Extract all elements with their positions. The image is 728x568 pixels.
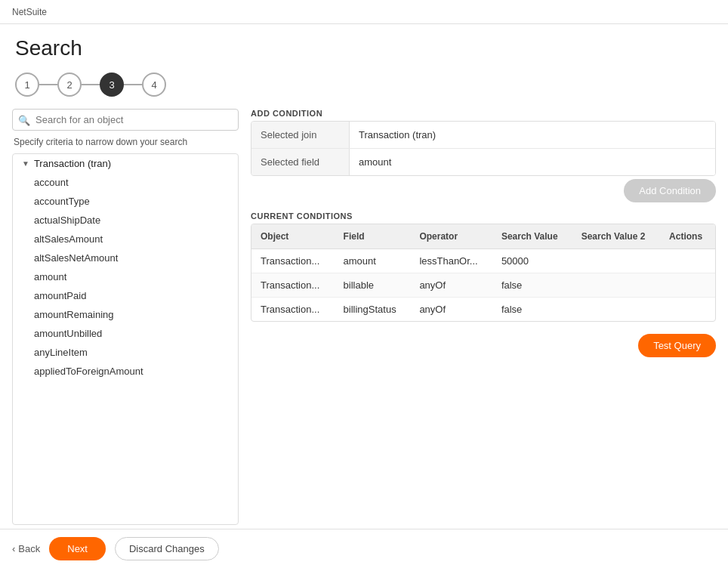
tree-child-anylineitem[interactable]: anyLineItem: [13, 343, 238, 362]
tree-item-label: altSalesNetAmount: [34, 252, 118, 264]
row3-field: billingStatus: [335, 298, 411, 322]
left-panel: 🔍 Specify criteria to narrow down your s…: [12, 109, 239, 537]
row3-search-value-2: [572, 298, 660, 322]
search-input[interactable]: [12, 109, 239, 131]
tree-item-label: amount: [34, 271, 66, 282]
selected-field-value: amount: [350, 149, 715, 175]
row1-object: Transaction...: [251, 249, 335, 273]
next-button[interactable]: Next: [49, 537, 106, 560]
tree-container: ▼ Transaction (tran) account accountType…: [12, 153, 239, 525]
row2-search-value: false: [492, 273, 572, 298]
tree-child-altsalesnetamount[interactable]: altSalesNetAmount: [13, 248, 238, 267]
right-panel: ADD CONDITION Selected join Transaction …: [251, 109, 716, 537]
tree-child-amountremaining[interactable]: amountRemaining: [13, 305, 238, 324]
tree-item-label: accountType: [34, 196, 90, 207]
selected-field-row: Selected field amount: [251, 149, 715, 175]
col-object: Object: [251, 224, 335, 249]
row1-actions: [660, 249, 715, 273]
tree-item-label: amountRemaining: [34, 309, 114, 320]
tree-child-amountpaid[interactable]: amountPaid: [13, 286, 238, 305]
breadcrumb: NetSuite: [0, 0, 728, 24]
row1-field: amount: [335, 249, 411, 273]
add-condition-box: Selected join Transaction (tran) Selecte…: [251, 121, 716, 176]
tree-child-actualshipdate[interactable]: actualShipDate: [13, 211, 238, 230]
step-4[interactable]: 4: [142, 73, 166, 97]
breadcrumb-link[interactable]: NetSuite: [12, 7, 47, 17]
current-conditions-title: CURRENT CONDITIONS: [251, 211, 716, 221]
col-operator: Operator: [410, 224, 492, 249]
step-line-3: [124, 84, 142, 85]
selected-join-label: Selected join: [251, 122, 350, 148]
search-icon: 🔍: [18, 114, 30, 125]
collapse-icon: ▼: [22, 159, 29, 168]
step-2[interactable]: 2: [57, 73, 82, 97]
step-line-2: [82, 84, 100, 85]
tree-child-amountunbilled[interactable]: amountUnbilled: [13, 324, 238, 343]
criteria-text: Specify criteria to narrow down your sea…: [12, 137, 239, 147]
back-arrow-icon: ‹: [12, 543, 15, 554]
test-query-button[interactable]: Test Query: [638, 334, 716, 357]
conditions-table-element: Object Field Operator Search Value Searc…: [251, 224, 715, 321]
back-label: Back: [18, 543, 40, 554]
add-condition-title: ADD CONDITION: [251, 109, 716, 118]
add-condition-button[interactable]: Add Condition: [624, 179, 716, 202]
col-search-value: Search Value: [492, 224, 572, 249]
col-actions: Actions: [660, 224, 715, 249]
tree-item-label: appliedToForeignAmount: [34, 366, 143, 377]
main-content: 🔍 Specify criteria to narrow down your s…: [0, 109, 728, 537]
selected-field-label: Selected field: [251, 149, 350, 175]
tree-item-label: anyLineItem: [34, 347, 88, 358]
conditions-table: Object Field Operator Search Value Searc…: [251, 224, 716, 322]
add-condition-btn-row: Add Condition: [251, 179, 716, 202]
tree-child-account[interactable]: account: [13, 173, 238, 192]
tree-item-label: amountUnbilled: [34, 328, 102, 339]
tree-item-label: account: [34, 177, 69, 188]
tree-parent-transaction[interactable]: ▼ Transaction (tran): [13, 154, 238, 173]
row2-search-value-2: [572, 273, 660, 298]
tree-item-label: actualShipDate: [34, 215, 100, 226]
selected-join-value: Transaction (tran): [350, 122, 715, 148]
step-1[interactable]: 1: [15, 73, 39, 97]
footer: ‹ Back Next Discard Changes: [0, 529, 728, 568]
page-title: Search: [0, 24, 728, 66]
row2-actions: [660, 273, 715, 298]
tree-child-amount[interactable]: amount: [13, 267, 238, 286]
row2-object: Transaction...: [251, 273, 335, 298]
step-3[interactable]: 3: [100, 73, 124, 97]
step-line-1: [39, 84, 57, 85]
stepper: 1 2 3 4: [0, 66, 728, 109]
add-condition-section: ADD CONDITION Selected join Transaction …: [251, 109, 716, 202]
tree-child-altsalesamount[interactable]: altSalesAmount: [13, 230, 238, 248]
tree-item-label: amountPaid: [34, 290, 86, 301]
table-row: Transaction... billable anyOf false: [251, 273, 715, 298]
row3-search-value: false: [492, 298, 572, 322]
back-button[interactable]: ‹ Back: [12, 543, 40, 554]
current-conditions-section: CURRENT CONDITIONS Object Field Operator…: [251, 211, 716, 322]
row1-search-value-2: [572, 249, 660, 273]
row2-field: billable: [335, 273, 411, 298]
table-row: Transaction... billingStatus anyOf false: [251, 298, 715, 322]
table-header-row: Object Field Operator Search Value Searc…: [251, 224, 715, 249]
row3-actions: [660, 298, 715, 322]
selected-join-row: Selected join Transaction (tran): [251, 122, 715, 149]
row3-operator: anyOf: [410, 298, 492, 322]
tree-parent-label: Transaction (tran): [34, 158, 111, 169]
row1-operator: lessThanOr...: [410, 249, 492, 273]
col-search-value-2: Search Value 2: [572, 224, 660, 249]
test-query-row: Test Query: [251, 334, 716, 357]
tree-item-label: altSalesAmount: [34, 233, 103, 245]
col-field: Field: [335, 224, 411, 249]
row3-object: Transaction...: [251, 298, 335, 322]
row2-operator: anyOf: [410, 273, 492, 298]
table-row: Transaction... amount lessThanOr... 5000…: [251, 249, 715, 273]
tree-child-appliedtoforeignamount[interactable]: appliedToForeignAmount: [13, 362, 238, 381]
discard-button[interactable]: Discard Changes: [115, 537, 219, 560]
row1-search-value: 50000: [492, 249, 572, 273]
tree-child-accounttype[interactable]: accountType: [13, 192, 238, 211]
search-object-container: 🔍: [12, 109, 239, 131]
